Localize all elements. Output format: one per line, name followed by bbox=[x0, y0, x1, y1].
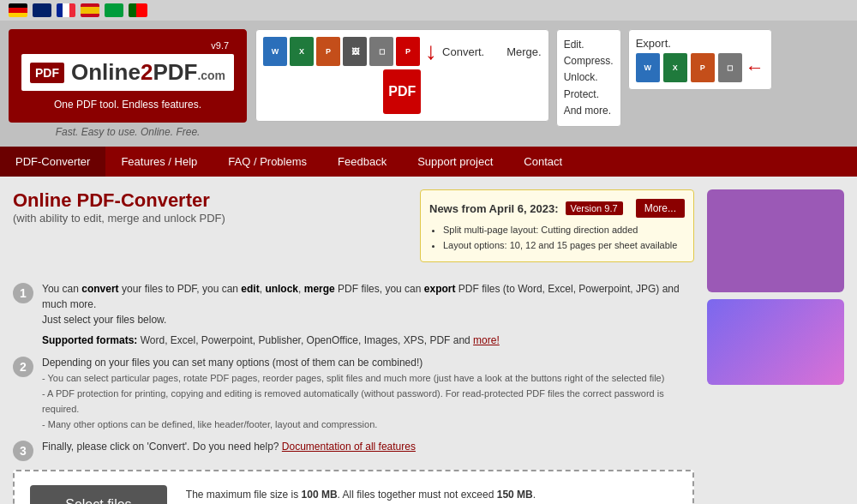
merge-label: Merge. bbox=[506, 45, 541, 58]
arrow-left-icon: ← bbox=[746, 57, 764, 79]
step-2-sub1: - You can select particular pages, rotat… bbox=[42, 373, 664, 383]
flag-english[interactable] bbox=[33, 3, 51, 17]
word-icon: W bbox=[263, 37, 287, 66]
export-label: Export. bbox=[636, 37, 764, 50]
logo[interactable]: PDF Online2PDF.com bbox=[21, 54, 234, 91]
step-1-text: You can convert your files to PDF, you c… bbox=[42, 281, 694, 348]
logo-text: Online2PDF.com bbox=[71, 59, 225, 86]
nav-pdf-converter[interactable]: PDF-Converter bbox=[0, 147, 105, 177]
page-subtitle: (with ability to edit, merge and unlock … bbox=[13, 212, 410, 225]
news-list: Split multi-page layout: Cutting directi… bbox=[429, 223, 685, 253]
step-2-num: 2 bbox=[13, 357, 33, 377]
ad-top bbox=[707, 189, 844, 292]
flag-french[interactable] bbox=[57, 3, 75, 17]
nav-contact[interactable]: Contact bbox=[508, 147, 578, 177]
file-info: The maximum file size is 100 MB. All fil… bbox=[186, 486, 536, 504]
web-icon: ◻ bbox=[369, 37, 393, 66]
step-3-num: 3 bbox=[13, 441, 33, 461]
news-title: News from April 6, 2023: bbox=[429, 202, 559, 215]
news-badge: Version 9.7 bbox=[566, 201, 623, 215]
flag-bar bbox=[0, 0, 857, 21]
news-item: Split multi-page layout: Cutting directi… bbox=[443, 223, 685, 238]
step-2-text: Depending on your files you can set many… bbox=[42, 355, 694, 432]
sub-tagline: Fast. Easy to use. Online. Free. bbox=[9, 126, 247, 138]
arrow-down-icon: ↓ bbox=[425, 39, 437, 63]
left-content: Online PDF-Converter (with ability to ed… bbox=[13, 189, 694, 504]
edit-box: Edit. Compress. Unlock. Protect. And mor… bbox=[556, 29, 621, 127]
pdf-output-icon: PDF bbox=[383, 69, 421, 114]
docs-link[interactable]: Documentation of all features bbox=[282, 441, 416, 453]
version-badge: v9.7 bbox=[21, 39, 234, 52]
flag-spanish[interactable] bbox=[81, 3, 99, 17]
steps-list: 1 You can convert your files to PDF, you… bbox=[13, 281, 694, 461]
pdf-file-icon: P bbox=[396, 37, 420, 66]
logo-tagline: One PDF tool. Endless features. bbox=[21, 96, 234, 113]
export-img-icon: ◻ bbox=[718, 53, 742, 82]
supported-formats: Supported formats: Word, Excel, Powerpoi… bbox=[42, 333, 694, 348]
step-1-num: 1 bbox=[13, 283, 33, 303]
step-2: 2 Depending on your files you can set ma… bbox=[13, 355, 694, 432]
convert-label: Convert. bbox=[442, 45, 484, 58]
step-1: 1 You can convert your files to PDF, you… bbox=[13, 281, 694, 348]
logo-box: v9.7 PDF Online2PDF.com One PDF tool. En… bbox=[9, 29, 247, 123]
right-sidebar bbox=[707, 189, 844, 504]
nav-features-help[interactable]: Features / Help bbox=[105, 147, 213, 177]
main-content: Online PDF-Converter (with ability to ed… bbox=[0, 177, 857, 504]
step-2-sub3: - Many other options can be defined, lik… bbox=[42, 419, 377, 429]
step-3-text: Finally, please click on 'Convert'. Do y… bbox=[42, 439, 416, 454]
header: v9.7 PDF Online2PDF.com One PDF tool. En… bbox=[0, 21, 857, 147]
export-word-icon: W bbox=[636, 53, 660, 82]
flag-brazil[interactable] bbox=[105, 3, 123, 17]
step-3: 3 Finally, please click on 'Convert'. Do… bbox=[13, 439, 694, 461]
export-box: Export. W X P ◻ ← bbox=[628, 29, 772, 90]
step-2-sub2: - A PDF protection for printing, copying… bbox=[42, 388, 664, 414]
convert-merge-box: W X P 🖼 ◻ P ↓ Convert. Merge. PDF bbox=[255, 29, 549, 122]
main-nav: PDF-Converter Features / Help FAQ / Prob… bbox=[0, 147, 857, 177]
ppt-icon: P bbox=[316, 37, 340, 66]
excel-icon: X bbox=[290, 37, 314, 66]
news-box: News from April 6, 2023: Version 9.7 Mor… bbox=[420, 189, 694, 262]
pdf-icon: PDF bbox=[30, 63, 64, 83]
ad-bottom bbox=[707, 299, 844, 385]
nav-faq[interactable]: FAQ / Problems bbox=[213, 147, 322, 177]
nav-support[interactable]: Support project bbox=[402, 147, 508, 177]
page-title: Online PDF-Converter bbox=[13, 189, 410, 212]
export-ppt-icon: P bbox=[691, 53, 715, 82]
more-formats-link[interactable]: more! bbox=[473, 334, 500, 346]
img-icon: 🖼 bbox=[343, 37, 367, 66]
news-item: Layout options: 10, 12 and 15 pages per … bbox=[443, 238, 685, 254]
flag-german[interactable] bbox=[9, 3, 27, 17]
export-excel-icon: X bbox=[663, 53, 687, 82]
file-drop-area: Select files (or just drag&drop your fil… bbox=[13, 470, 694, 504]
flag-portugal[interactable] bbox=[129, 3, 147, 17]
nav-feedback[interactable]: Feedback bbox=[322, 147, 402, 177]
select-files-button[interactable]: Select files bbox=[30, 485, 167, 504]
more-button[interactable]: More... bbox=[636, 199, 685, 218]
